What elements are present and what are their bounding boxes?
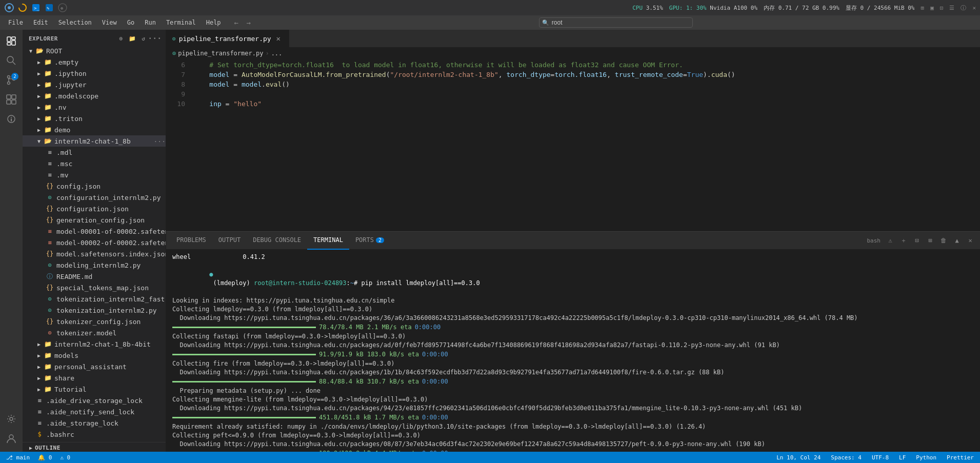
tree-item-empty[interactable]: ▶ 📁 .empty bbox=[23, 56, 166, 68]
activity-search[interactable] bbox=[2, 51, 21, 70]
file-json-icon: {} bbox=[45, 283, 54, 292]
tree-item-demo[interactable]: ▶ 📁 demo bbox=[23, 124, 166, 135]
tree-item-special-tokens[interactable]: {} special_tokens_map.json bbox=[23, 282, 166, 293]
trash-icon[interactable]: 🗑 bbox=[938, 235, 949, 246]
tree-item-model2[interactable]: ≡ model-00002-of-00002.safetensors bbox=[23, 237, 166, 248]
tree-item-tutorial[interactable]: ▶ 📁 Tutorial bbox=[23, 384, 166, 395]
tree-item-modeling-py[interactable]: ⊙ modeling_internlm2.py bbox=[23, 259, 166, 271]
tree-item-internlm2[interactable]: ▼ 📂 internlm2-chat-1_8b ··· bbox=[23, 135, 166, 147]
tree-item-generation-json[interactable]: {} generation_config.json bbox=[23, 214, 166, 226]
more-icon[interactable]: ··· bbox=[154, 137, 166, 145]
activity-source-control[interactable]: 2 bbox=[2, 71, 21, 89]
activity-debug[interactable] bbox=[2, 110, 21, 128]
tree-item-config-py[interactable]: ⊙ configuration_internlm2.py bbox=[23, 192, 166, 203]
activity-explorer[interactable] bbox=[2, 32, 21, 50]
status-eol[interactable]: LF bbox=[897, 454, 908, 461]
tree-item-readme[interactable]: ⓘ README.md bbox=[23, 271, 166, 282]
status-warnings[interactable]: ⚠ 0 bbox=[58, 454, 72, 461]
new-file-icon[interactable]: ⊕ bbox=[116, 34, 126, 43]
maximize-panel-icon[interactable]: ▲ bbox=[951, 235, 963, 246]
terminal-content[interactable]: wheel 0.41.2 ● (lmdeploy) root@intern-st… bbox=[166, 250, 980, 452]
menu-view[interactable]: View bbox=[98, 18, 121, 27]
close-panel-icon[interactable]: ✕ bbox=[965, 235, 976, 246]
more-options-icon[interactable]: ··· bbox=[150, 34, 159, 43]
svg-rect-20 bbox=[7, 100, 11, 104]
status-errors[interactable]: 🔔 0 bbox=[36, 454, 54, 461]
toolbar-menu-icon[interactable]: ☰ bbox=[949, 5, 954, 11]
tree-item-configuration-json[interactable]: {} configuration.json bbox=[23, 203, 166, 214]
edit-icon[interactable]: ✎ bbox=[44, 3, 54, 13]
tree-item-4bit[interactable]: ▶ 📁 internlm2-chat-1_8b-4bit bbox=[23, 338, 166, 350]
panel-tab-ports[interactable]: PORTS 2 bbox=[349, 232, 390, 250]
tree-item-tokenization-py[interactable]: ⊙ tokenization_internlm2.py bbox=[23, 305, 166, 316]
tree-item-tokenizer-config-json[interactable]: {} tokenizer_config.json bbox=[23, 316, 166, 327]
terminal-options-icon[interactable]: ⊞ bbox=[925, 235, 936, 246]
search-input[interactable] bbox=[539, 17, 693, 28]
activity-user[interactable] bbox=[2, 429, 21, 448]
tree-item-config-json[interactable]: {} config.json bbox=[23, 180, 166, 192]
refresh-explorer-icon[interactable]: ↺ bbox=[139, 34, 148, 43]
split-terminal-icon[interactable]: ⊟ bbox=[911, 235, 923, 246]
toolbar-full-icon[interactable]: ⊡ bbox=[940, 5, 944, 11]
top-bar-left: >_ ✎ ⊕ bbox=[4, 3, 68, 13]
breadcrumb-file[interactable]: pipeline_transformer.py bbox=[178, 50, 263, 57]
vscode-icon[interactable]: >_ bbox=[31, 3, 41, 13]
menu-go[interactable]: Go bbox=[123, 18, 138, 27]
tree-item-jupyter[interactable]: ▶ 📁 .jupyter bbox=[23, 79, 166, 90]
tree-item-ipython[interactable]: ▶ 📁 .ipython bbox=[23, 68, 166, 79]
panel-tab-problems[interactable]: PROBLEMS bbox=[170, 232, 212, 250]
menu-run[interactable]: Run bbox=[141, 18, 160, 27]
nav-icon[interactable]: ⊕ bbox=[57, 3, 68, 13]
tree-item-personal[interactable]: ▶ 📁 personal_assistant bbox=[23, 361, 166, 372]
tree-item-modelscope[interactable]: ▶ 📁 .modelscope bbox=[23, 90, 166, 102]
tree-item-mdl[interactable]: ≡ .mdl bbox=[23, 147, 166, 158]
status-spaces[interactable]: Spaces: 4 bbox=[829, 454, 864, 461]
status-position[interactable]: Ln 10, Col 24 bbox=[774, 454, 823, 461]
tree-item-bashrc[interactable]: $ .bashrc bbox=[23, 429, 166, 440]
app-icon[interactable] bbox=[4, 3, 14, 13]
menu-file[interactable]: File bbox=[4, 18, 27, 27]
outline-header[interactable]: ▶ OUTLINE bbox=[23, 442, 166, 452]
add-terminal-icon[interactable]: ＋ bbox=[898, 235, 909, 246]
panel-tab-output[interactable]: OUTPUT bbox=[212, 232, 247, 250]
nav-forward[interactable]: → bbox=[244, 17, 254, 28]
menu-help[interactable]: Help bbox=[202, 18, 225, 27]
toolbar-layout-icon[interactable]: ▣ bbox=[930, 5, 934, 11]
tree-item-aide-notify[interactable]: ≡ .aide_notify_send_lock bbox=[23, 406, 166, 417]
activity-extensions[interactable] bbox=[2, 90, 21, 109]
panel-tab-terminal[interactable]: TERMINAL bbox=[307, 232, 349, 250]
menu-terminal[interactable]: Terminal bbox=[162, 18, 200, 27]
menu-selection[interactable]: Selection bbox=[54, 18, 96, 27]
tree-item-aide-storage[interactable]: ≡ .aide_storage_lock bbox=[23, 417, 166, 429]
tree-item-tokenization-fast-py[interactable]: ⊙ tokenization_internlm2_fast.py bbox=[23, 293, 166, 305]
activity-settings[interactable] bbox=[2, 410, 21, 428]
tree-item-model1[interactable]: ≡ model-00001-of-00002.safetensors bbox=[23, 226, 166, 237]
tab-pipeline-transformer[interactable]: ⊙ pipeline_transformer.py ✕ bbox=[166, 30, 289, 47]
tab-close-button[interactable]: ✕ bbox=[274, 34, 283, 43]
toolbar-split-icon[interactable]: ⊞ bbox=[921, 5, 925, 11]
tree-item-mv[interactable]: ≡ .mv bbox=[23, 169, 166, 180]
toolbar-close-icon[interactable]: ✕ bbox=[972, 5, 976, 11]
status-formatter[interactable]: Prettier bbox=[945, 454, 976, 461]
new-folder-icon[interactable]: 📁 bbox=[128, 34, 137, 43]
tree-item-msc[interactable]: ≡ .msc bbox=[23, 158, 166, 169]
toolbar-info-icon[interactable]: ⓘ bbox=[961, 4, 966, 12]
status-encoding[interactable]: UTF-8 bbox=[870, 454, 891, 461]
breadcrumb-section[interactable]: ... bbox=[271, 50, 283, 57]
editor-lines-content[interactable]: # Set torch_dtype=torch.float16 to load … bbox=[189, 59, 980, 231]
refresh-icon[interactable] bbox=[17, 3, 28, 13]
tree-item-aide-drive[interactable]: ≡ .aide_drive_storage_lock bbox=[23, 395, 166, 406]
status-language[interactable]: Python bbox=[914, 454, 938, 461]
tree-root[interactable]: ▼ 📂 ROOT bbox=[23, 45, 166, 56]
status-branch[interactable]: ⎇ main bbox=[4, 454, 32, 461]
tree-item-share[interactable]: ▶ 📁 share bbox=[23, 372, 166, 384]
nav-back[interactable]: ← bbox=[231, 17, 242, 28]
tree-item-nv[interactable]: ▶ 📁 .nv bbox=[23, 102, 166, 113]
panel-tab-debug[interactable]: DEBUG CONSOLE bbox=[247, 232, 307, 250]
menu-edit[interactable]: Edit bbox=[29, 18, 52, 27]
tree-item-model-index-json[interactable]: {} model.safetensors.index.json bbox=[23, 248, 166, 259]
terminal-warning-icon[interactable]: ⚠ bbox=[885, 235, 896, 246]
tree-item-tokenizer-model[interactable]: ⊙ tokenizer.model bbox=[23, 327, 166, 338]
tree-item-models[interactable]: ▶ 📁 models bbox=[23, 350, 166, 361]
tree-item-triton[interactable]: ▶ 📁 .triton bbox=[23, 113, 166, 124]
